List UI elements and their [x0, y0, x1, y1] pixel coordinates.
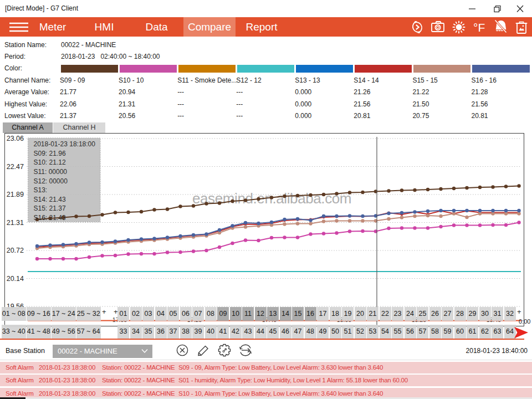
- svg-text:21.89: 21.89: [7, 191, 24, 198]
- svg-text:S10: 21.12: S10: 21.12: [34, 158, 66, 166]
- svg-text:22.47: 22.47: [7, 163, 24, 171]
- svg-text:S11: 00000: S11: 00000: [34, 168, 68, 176]
- svg-text:20.14: 20.14: [7, 275, 24, 283]
- svg-text:23.06: 23.06: [7, 135, 24, 142]
- svg-text:S16: 21.43: S16: 21.43: [34, 214, 66, 222]
- svg-text:20.72: 20.72: [7, 247, 24, 254]
- svg-text:S12: 00000: S12: 00000: [34, 177, 68, 185]
- svg-text:S09: 21.96: S09: 21.96: [34, 150, 66, 157]
- svg-text:S13:: S13:: [34, 186, 48, 194]
- svg-text:S14: 21.43: S14: 21.43: [34, 196, 66, 203]
- svg-text:°F: °F: [473, 21, 485, 34]
- svg-text:21.31: 21.31: [7, 219, 24, 227]
- svg-text:S15: 21.37: S15: 21.37: [34, 204, 66, 212]
- svg-text:2018-01-23 18:18:00: 2018-01-23 18:18:00: [34, 140, 96, 148]
